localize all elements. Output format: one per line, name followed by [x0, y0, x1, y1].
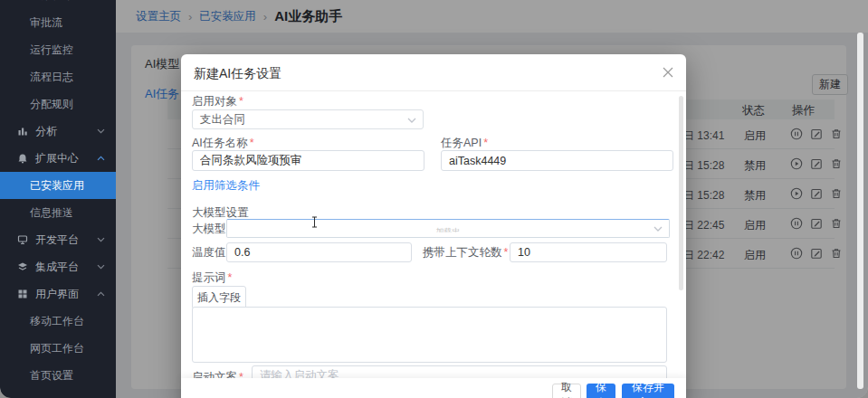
- sidebar-section-analysis[interactable]: 分析: [0, 118, 116, 145]
- task-api-label: 任务API: [441, 136, 488, 151]
- cancel-button[interactable]: 取消: [552, 384, 581, 398]
- sidebar-section-integration-platform[interactable]: 集成平台: [0, 253, 116, 280]
- new-ai-task-dialog: 新建AI任务设置 启用对象 支出合同 AI任务名称 任务API 启用筛选条件 大…: [181, 54, 686, 398]
- chevron-down-icon: [97, 237, 105, 242]
- sidebar-item-process-log[interactable]: 流程日志: [0, 63, 116, 90]
- chevron-up-icon: [97, 156, 105, 161]
- context-rounds-input[interactable]: [510, 242, 667, 262]
- sidebar-item-run-monitor[interactable]: 运行监控: [0, 36, 116, 63]
- sidebar-section-dev-platform[interactable]: 开发平台: [0, 226, 116, 253]
- enable-target-select[interactable]: 支出合同: [192, 109, 424, 129]
- dialog-title: 新建AI任务设置: [194, 66, 281, 82]
- enable-target-label: 启用对象: [192, 94, 243, 109]
- sidebar-item-web-workbench[interactable]: 网页工作台: [0, 335, 116, 362]
- chevron-up-icon: [97, 291, 105, 297]
- dialog-scrollbar[interactable]: [679, 96, 683, 290]
- model-select-loading-text: 加载中: [227, 227, 669, 232]
- chevron-down-icon: [97, 264, 105, 270]
- page-scrollbar[interactable]: [857, 33, 863, 389]
- prompt-label: 提示词: [192, 270, 232, 286]
- task-name-label: AI任务名称: [192, 136, 254, 151]
- sidebar-item-installed-apps[interactable]: 已安装应用: [0, 172, 116, 199]
- prompt-textarea[interactable]: [192, 307, 667, 363]
- sidebar-section-user-interface[interactable]: 用户界面: [0, 280, 116, 308]
- temperature-label: 温度值: [192, 245, 226, 261]
- chart-icon: [17, 126, 28, 137]
- task-name-input[interactable]: [192, 150, 424, 171]
- sidebar: 应用发布 审批流 运行监控 流程日志 分配规则 分析 扩展中心 已安装应用 信息…: [0, 0, 116, 398]
- header-divider: [181, 90, 686, 91]
- text-cursor: [311, 216, 318, 228]
- task-api-input[interactable]: [441, 150, 673, 171]
- sidebar-item-approval-flow[interactable]: 审批流: [0, 9, 116, 36]
- temperature-input[interactable]: [226, 242, 412, 262]
- sidebar-section-extension-center[interactable]: 扩展中心: [0, 145, 116, 172]
- sidebar-item-assign-rules[interactable]: 分配规则: [0, 90, 116, 118]
- sidebar-item-app-publish[interactable]: 应用发布: [0, 0, 116, 9]
- model-select[interactable]: 加载中: [226, 219, 670, 238]
- chevron-down-icon: [97, 128, 105, 134]
- chevron-down-icon: [653, 226, 663, 232]
- sidebar-item-message-push[interactable]: 信息推送: [0, 199, 116, 226]
- sidebar-item-homepage-settings[interactable]: 首页设置: [0, 362, 116, 389]
- chevron-down-icon: [407, 118, 416, 123]
- extension-icon: [17, 153, 28, 164]
- dev-platform-icon: [17, 234, 28, 245]
- sidebar-item-mobile-workbench[interactable]: 移动工作台: [0, 308, 116, 335]
- close-icon[interactable]: [663, 67, 673, 78]
- save-and-enable-button[interactable]: 保存并启用: [622, 384, 674, 398]
- integration-icon: [17, 261, 28, 272]
- enable-filter-link[interactable]: 启用筛选条件: [192, 178, 260, 194]
- app-window: 应用发布 审批流 运行监控 流程日志 分配规则 分析 扩展中心 已安装应用 信息…: [0, 0, 868, 398]
- save-button[interactable]: 保存: [587, 384, 615, 398]
- grid-icon: [17, 289, 28, 299]
- sidebar-menu: 应用发布 审批流 运行监控 流程日志 分配规则 分析 扩展中心 已安装应用 信息…: [0, 0, 116, 389]
- dialog-footer: 取消 保存 保存并启用: [181, 378, 686, 398]
- context-rounds-label: 携带上下文轮数: [423, 245, 508, 261]
